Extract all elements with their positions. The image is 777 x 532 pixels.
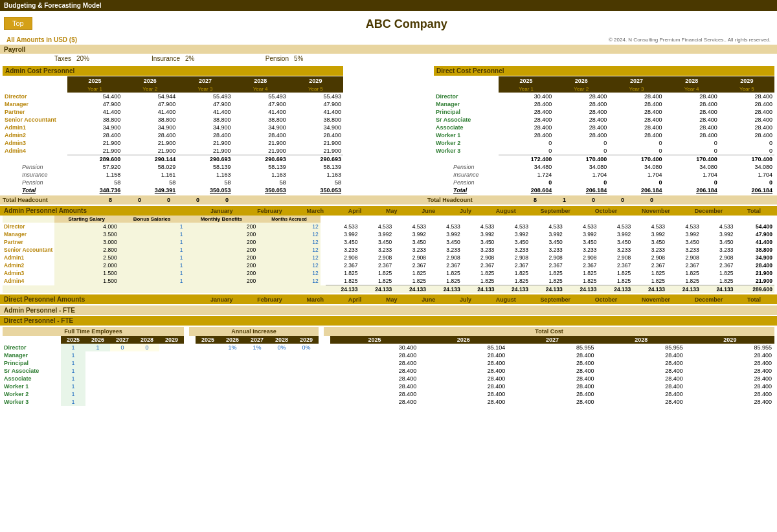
direct-principal-row: Principal 28.40028.40028.40028.40028.400 — [434, 108, 774, 116]
copyright: © 2024. N Consulting Premium Financial S… — [605, 36, 774, 44]
amt-admin2-row: Admin2 2.000 1 200 12 2.3672.3672.3672.3… — [3, 261, 774, 269]
fte-principal-row: Principal 1 — [3, 359, 184, 367]
totalcost-worker2-row: 28.40028.40028.40028.40028.400 — [324, 390, 774, 398]
amt-admin3-row: Admin3 1.500 1 200 12 1.8251.8251.8251.8… — [3, 269, 774, 277]
amounts-label: All Amounts in USD ($) — [3, 35, 81, 45]
direct-cost-personnel-header: Direct Cost Personnel — [434, 66, 774, 76]
direct-pension-label-row: Pension 34.48034.08034.08034.08034.080 — [434, 163, 774, 171]
direct-manager-row: Manager 28.40028.40028.40028.40028.400 — [434, 100, 774, 108]
admin-subtotal-row: 289.600 290.144 290.693 290.693 290.693 — [3, 155, 343, 164]
direct-pension2-label-row: Pension 00000 — [434, 179, 774, 186]
direct-sr-associate-row: Sr Associate 28.40028.40028.40028.40028.… — [434, 116, 774, 124]
admin-year-2027: 2027 — [177, 76, 232, 85]
direct-subtotal-row: 172.400 170.400 170.400 170.400 170.400 — [434, 155, 774, 164]
direct-worker3-row: Worker 3 00000 — [434, 147, 774, 155]
anninc-director-row: 1% 1% 0% 0% — [189, 344, 319, 351]
totalcost-director-row: 30.400 85.104 85.955 85.955 85.955 — [324, 344, 774, 351]
totalcost-associate-row: 28.40028.40028.40028.40028.400 — [324, 375, 774, 382]
direct-personnel-fte-label: Direct Personnel - FTE — [4, 317, 73, 324]
admin-personnel-amounts-header: Admin Personnel Amounts — [4, 207, 198, 214]
admin-pension-label-row: Pension 57.92058.02958.13958.13958.139 — [3, 163, 343, 171]
taxes-row: Taxes 20% — [19, 55, 102, 62]
fte-manager-row: Manager 1 — [3, 351, 184, 359]
amt-senior-accountant-row: Senior Accountant 2.800 1 200 12 3.2333.… — [3, 246, 774, 254]
admin-admin3-row: Admin3 21.90021.90021.90021.90021.900 — [3, 139, 343, 147]
totalcost-principal-row: 28.40028.40028.40028.40028.400 — [324, 359, 774, 367]
fte-worker2-row: Worker 2 1 — [3, 390, 184, 398]
admin-insurance-label-row: Insurance 1.1581.1611.1631.1631.163 — [3, 171, 343, 179]
totalcost-worker1-row: 28.40028.40028.40028.40028.400 — [324, 382, 774, 390]
totalcost-manager-row: 28.40028.40028.40028.40028.400 — [324, 351, 774, 359]
title-bar: Budgeting & Forecasting Model — [0, 0, 777, 11]
admin-year-2028: 2028 — [233, 76, 288, 85]
admin-pension2-label-row: Pension 5858585858 — [3, 179, 343, 186]
admin-year-2026: 2026 — [122, 76, 177, 85]
direct-worker2-row: Worker 2 00000 — [434, 139, 774, 147]
amt-admin1-row: Admin1 2.500 1 200 12 2.9082.9082.9082.9… — [3, 254, 774, 261]
amt-totals-row: 24.133 24.133 24.133 24.133 24.133 24.13… — [3, 285, 774, 294]
totalcost-sr-associate-row: 28.40028.40028.40028.40028.400 — [324, 367, 774, 375]
admin-total-row: Total 348.736 349.391 350.053 350.053 35… — [3, 186, 343, 194]
insurance-row: Insurance 2% — [141, 55, 211, 62]
direct-associate-row: Associate 28.40028.40028.40028.40028.400 — [434, 124, 774, 131]
direct-personnel-amounts-header: Direct Personnel Amounts — [4, 296, 198, 303]
total-headcount-direct-label: Total Headcount — [427, 197, 518, 203]
admin-personnel-fte-label: Admin Personnel - FTE — [4, 307, 75, 314]
admin-manager-row: Manager 47.90047.90047.90047.90047.900 — [3, 100, 343, 108]
admin-admin4-row: Admin4 21.90021.90021.90021.90021.900 — [3, 147, 343, 155]
fte-worker3-row: Worker 3 1 — [3, 398, 184, 406]
fte-worker1-row: Worker 1 1 — [3, 382, 184, 390]
top-button[interactable]: Top — [4, 17, 32, 30]
payroll-label: Payroll — [4, 46, 25, 53]
amt-partner-row: Partner 3.000 1 200 12 3.4503.4503.4503.… — [3, 238, 774, 246]
amt-director-row: Director 4.000 1 200 12 4.5334.5334.5334… — [3, 223, 774, 230]
admin-admin1-row: Admin1 34.90034.90034.90034.90034.900 — [3, 124, 343, 131]
admin-cost-personnel-header: Admin Cost Personnel — [3, 66, 343, 76]
fte-associate-row: Associate 1 — [3, 375, 184, 382]
total-headcount-admin-label: Total Headcount — [3, 197, 93, 203]
admin-year-2025: 2025 — [67, 76, 122, 85]
fte-sr-associate-row: Sr Associate 1 — [3, 367, 184, 375]
direct-total-row: Total 208.604 206.184 206.184 206.184 20… — [434, 186, 774, 194]
pension-row: Pension 5% — [250, 55, 320, 62]
admin-year-2029: 2029 — [288, 76, 343, 85]
totalcost-worker3-row: 28.40028.40028.40028.40028.400 — [324, 398, 774, 406]
admin-admin2-row: Admin2 28.40028.40028.40028.40028.400 — [3, 131, 343, 139]
admin-senior-accountant-row: Senior Accountant 38.80038.80038.80038.8… — [3, 116, 343, 124]
direct-director-row: Director 30.40028.40028.40028.40028.400 — [434, 93, 774, 100]
admin-partner-row: Partner 41.40041.40041.40041.40041.400 — [3, 108, 343, 116]
company-title: ABC Company — [36, 12, 777, 34]
fte-director-row: Director 1 1 0 0 — [3, 344, 184, 351]
amt-manager-row: Manager 3.500 1 200 12 3.9923.9923.9923.… — [3, 230, 774, 238]
direct-insurance-label-row: Insurance 1.7241.7041.7041.7041.704 — [434, 171, 774, 179]
direct-worker1-row: Worker 1 28.40028.40028.40028.40028.400 — [434, 131, 774, 139]
admin-director-row: Director 54.40054.94455.49355.49355.493 — [3, 93, 343, 100]
amt-admin4-row: Admin4 1.500 1 200 12 1.8251.8251.8251.8… — [3, 277, 774, 285]
